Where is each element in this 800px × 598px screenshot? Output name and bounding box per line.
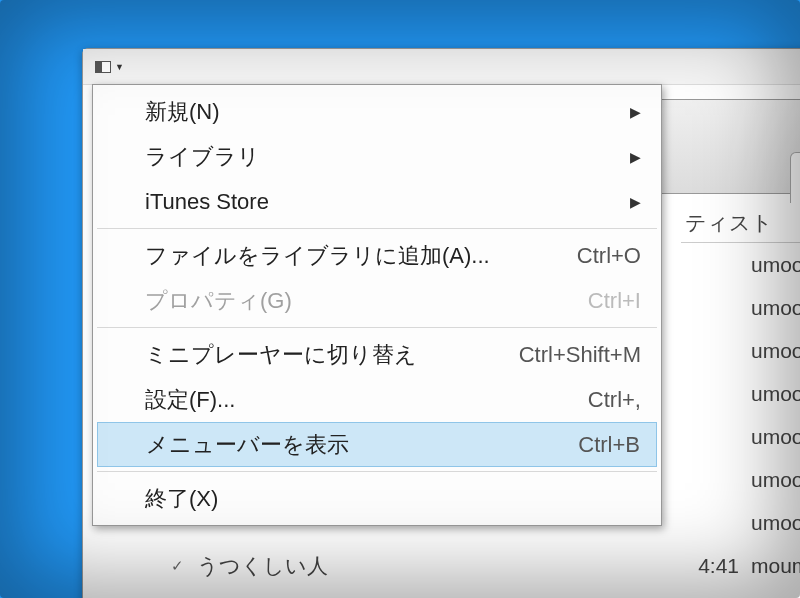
menu-separator <box>97 327 657 328</box>
track-artist: umoon <box>751 339 800 363</box>
menu-item-label: ミニプレーヤーに切り替え <box>145 340 519 370</box>
menu-separator <box>97 471 657 472</box>
track-title: ア <box>197 595 800 599</box>
check-icon[interactable]: ✓ <box>171 557 197 575</box>
chevron-down-icon: ▼ <box>115 62 124 72</box>
track-artist: umoon <box>751 425 800 449</box>
track-artist: umoon <box>751 511 800 535</box>
column-header-artist[interactable]: ティスト <box>681 203 800 243</box>
tab-bar: アー <box>786 159 800 203</box>
menu-item-label: 新規(N) <box>145 97 630 127</box>
menu-shortcut: Ctrl+B <box>578 432 640 458</box>
chevron-right-icon: ▶ <box>630 194 641 210</box>
menu-item-label: メニューバーを表示 <box>146 430 578 460</box>
menu-item[interactable]: iTunes Store▶ <box>95 179 659 224</box>
menu-shortcut: Ctrl+O <box>577 243 641 269</box>
menu-shortcut: Ctrl+Shift+M <box>519 342 641 368</box>
menu-item[interactable]: ファイルをライブラリに追加(A)...Ctrl+O <box>95 233 659 278</box>
tab-artist[interactable]: アー <box>790 152 800 203</box>
menu-item[interactable]: メニューバーを表示Ctrl+B <box>97 422 657 467</box>
menu-item[interactable]: 新規(N)▶ <box>95 89 659 134</box>
track-artist: moumoon <box>751 554 800 578</box>
menu-item-label: iTunes Store <box>145 189 630 215</box>
menu-separator <box>97 228 657 229</box>
menu-item[interactable]: ライブラリ▶ <box>95 134 659 179</box>
chevron-right-icon: ▶ <box>630 104 641 120</box>
track-artist: umoon <box>751 253 800 277</box>
menu-item-label: ファイルをライブラリに追加(A)... <box>145 241 577 271</box>
track-artist: umoon <box>751 468 800 492</box>
menu-item-label: プロパティ(G) <box>145 286 588 316</box>
track-artist: umoon <box>751 382 800 406</box>
menu-item[interactable]: 設定(F)...Ctrl+, <box>95 377 659 422</box>
track-time: 4:41 <box>681 554 751 578</box>
table-row[interactable]: ✓ うつくしい人 4:41 moumoon <box>83 544 800 587</box>
menu-item-label: 設定(F)... <box>145 385 588 415</box>
menu-item: プロパティ(G)Ctrl+I <box>95 278 659 323</box>
menu-item-label: ライブラリ <box>145 142 630 172</box>
chevron-right-icon: ▶ <box>630 149 641 165</box>
sidebar-icon <box>95 61 111 73</box>
main-menu-button[interactable]: ▼ <box>91 57 128 77</box>
menu-item[interactable]: ミニプレーヤーに切り替えCtrl+Shift+M <box>95 332 659 377</box>
menu-item-label: 終了(X) <box>145 484 641 514</box>
menu-shortcut: Ctrl+I <box>588 288 641 314</box>
menu-shortcut: Ctrl+, <box>588 387 641 413</box>
main-dropdown-menu: 新規(N)▶ライブラリ▶iTunes Store▶ファイルをライブラリに追加(A… <box>92 84 662 526</box>
titlebar: ▼ <box>83 49 800 85</box>
track-artist: umoon <box>751 296 800 320</box>
track-title: うつくしい人 <box>197 552 681 580</box>
table-row[interactable]: ✓ ア <box>83 587 800 598</box>
menu-item[interactable]: 終了(X) <box>95 476 659 521</box>
